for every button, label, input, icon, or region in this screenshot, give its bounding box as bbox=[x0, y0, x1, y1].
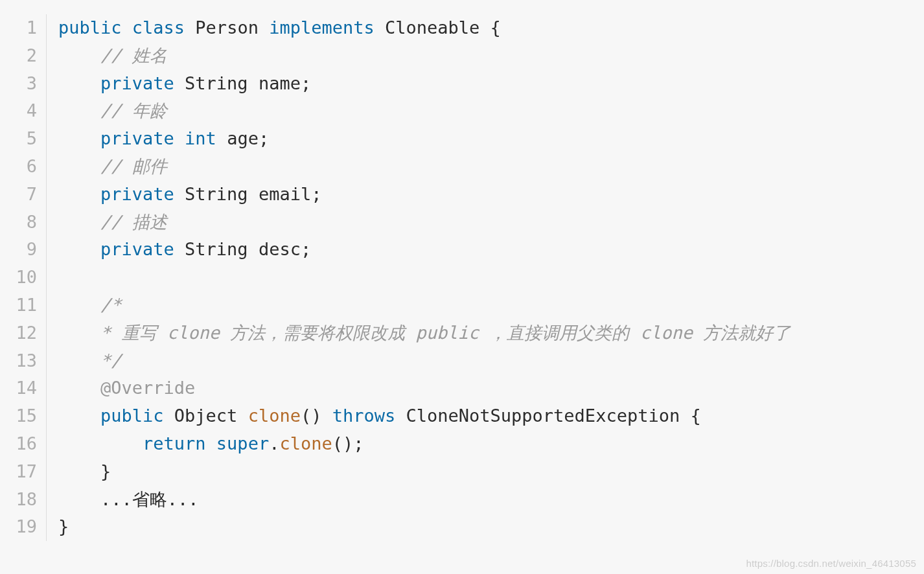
token-pn: ; bbox=[311, 184, 321, 204]
token-kw: throws bbox=[332, 406, 396, 426]
line-number: 5 bbox=[0, 125, 37, 153]
line-number: 6 bbox=[0, 153, 37, 181]
code-line: // 年龄 bbox=[58, 97, 924, 125]
token-plain bbox=[58, 489, 100, 509]
line-number: 17 bbox=[0, 458, 37, 486]
token-plain bbox=[58, 184, 100, 204]
token-plain bbox=[122, 17, 132, 38]
code-line: */ bbox=[58, 347, 924, 375]
token-plain bbox=[58, 461, 100, 481]
token-plain bbox=[479, 17, 490, 38]
line-number: 16 bbox=[0, 430, 37, 458]
token-plain bbox=[395, 406, 406, 426]
token-plain bbox=[58, 378, 100, 398]
line-number: 3 bbox=[0, 70, 37, 98]
token-plain: age bbox=[216, 128, 259, 148]
token-plain bbox=[58, 156, 100, 176]
token-fn: clone bbox=[248, 406, 301, 426]
token-cls: String bbox=[185, 184, 248, 204]
token-plain bbox=[206, 433, 216, 453]
token-plain: email bbox=[248, 184, 312, 204]
token-plain bbox=[58, 295, 100, 315]
code-line: ...省略... bbox=[58, 486, 924, 514]
code-line: // 描述 bbox=[58, 209, 924, 236]
token-kw: class bbox=[132, 17, 185, 38]
token-pn: . bbox=[269, 433, 279, 453]
token-kw: public bbox=[100, 406, 164, 426]
token-kw: public bbox=[58, 17, 122, 38]
line-number: 13 bbox=[0, 347, 37, 375]
token-plain bbox=[174, 184, 185, 204]
token-pn: (); bbox=[332, 433, 364, 453]
token-cls: Person bbox=[195, 17, 259, 38]
token-cm: // 邮件 bbox=[100, 156, 167, 176]
token-plain bbox=[185, 17, 195, 38]
token-cls: Object bbox=[174, 406, 238, 426]
line-number: 18 bbox=[0, 486, 37, 514]
line-number: 9 bbox=[0, 236, 37, 264]
token-plain bbox=[375, 17, 385, 38]
token-kw: private bbox=[100, 239, 174, 259]
token-cls: Cloneable bbox=[385, 17, 479, 38]
line-number: 8 bbox=[0, 209, 37, 236]
code-line: public Object clone() throws CloneNotSup… bbox=[58, 402, 924, 430]
token-cls: CloneNotSupportedException bbox=[406, 406, 680, 426]
code-line: // 邮件 bbox=[58, 153, 924, 181]
line-number: 4 bbox=[0, 97, 37, 125]
token-cls: String bbox=[185, 239, 248, 259]
code-block: 12345678910111213141516171819 public cla… bbox=[0, 0, 924, 541]
token-cm: */ bbox=[100, 350, 122, 371]
token-cls: String bbox=[185, 73, 248, 93]
line-number: 12 bbox=[0, 319, 37, 347]
token-plain bbox=[680, 406, 690, 426]
line-number: 11 bbox=[0, 292, 37, 319]
token-pn: ; bbox=[301, 73, 311, 93]
code-line: private String email; bbox=[58, 181, 924, 209]
token-kw: private bbox=[100, 128, 174, 148]
token-plain bbox=[58, 128, 100, 148]
token-plain bbox=[58, 323, 100, 343]
token-pn: { bbox=[491, 17, 501, 38]
token-plain: desc bbox=[248, 239, 301, 259]
token-plain bbox=[164, 406, 174, 426]
token-kw: private bbox=[100, 73, 174, 93]
token-kw: private bbox=[100, 184, 174, 204]
line-number: 10 bbox=[0, 264, 37, 292]
token-cm: // 年龄 bbox=[100, 100, 167, 121]
line-number: 19 bbox=[0, 513, 37, 541]
token-fn: clone bbox=[279, 433, 332, 453]
code-content: public class Person implements Cloneable… bbox=[47, 14, 924, 541]
code-line: private String desc; bbox=[58, 236, 924, 264]
token-plain: 省略 bbox=[132, 489, 167, 509]
code-line: private String name; bbox=[58, 70, 924, 98]
code-line bbox=[58, 264, 924, 292]
token-plain bbox=[58, 212, 100, 232]
line-number-gutter: 12345678910111213141516171819 bbox=[0, 14, 47, 541]
token-plain bbox=[237, 406, 248, 426]
code-line: * 重写 clone 方法，需要将权限改成 public ，直接调用父类的 cl… bbox=[58, 319, 924, 347]
token-pn: ... bbox=[100, 489, 132, 509]
code-line: // 姓名 bbox=[58, 42, 924, 70]
line-number: 15 bbox=[0, 402, 37, 430]
token-plain: name bbox=[248, 73, 301, 93]
token-pn: ; bbox=[259, 128, 269, 148]
line-number: 7 bbox=[0, 181, 37, 209]
token-plain bbox=[321, 406, 332, 426]
line-number: 2 bbox=[0, 42, 37, 70]
code-line: private int age; bbox=[58, 125, 924, 153]
token-cm: // 姓名 bbox=[100, 45, 167, 65]
token-plain bbox=[58, 239, 100, 259]
token-pn: } bbox=[58, 516, 69, 536]
token-pn: () bbox=[301, 406, 322, 426]
code-line: return super.clone(); bbox=[58, 430, 924, 458]
token-pn: ; bbox=[301, 239, 311, 259]
token-plain bbox=[58, 350, 100, 371]
watermark-text: https://blog.csdn.net/weixin_46413055 bbox=[746, 558, 916, 569]
token-kw: implements bbox=[269, 17, 375, 38]
token-cm: * 重写 clone 方法，需要将权限改成 public ，直接调用父类的 cl… bbox=[100, 323, 791, 343]
token-plain bbox=[58, 433, 143, 453]
code-line: /* bbox=[58, 292, 924, 319]
token-plain bbox=[58, 73, 100, 93]
token-kw: return bbox=[143, 433, 206, 453]
line-number: 14 bbox=[0, 374, 37, 402]
